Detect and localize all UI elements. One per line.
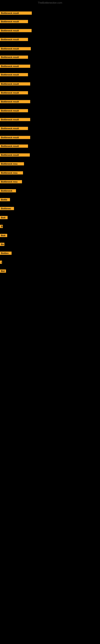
bottleneck-badge-4: Bottleneck result <box>0 38 28 41</box>
bottleneck-badge-11: Bottleneck result <box>0 100 30 103</box>
bottleneck-badge-8: Bottleneck result <box>0 73 28 76</box>
bottleneck-badge-15: Bottleneck result <box>0 136 30 139</box>
bottleneck-badge-2: Bottleneck result <box>0 20 28 23</box>
bottleneck-badge-3: Bottleneck result <box>0 29 32 32</box>
bottleneck-badge-25: B <box>0 225 3 228</box>
bottleneck-badge-30: Bot <box>0 270 6 273</box>
bottleneck-badge-26: Bott <box>0 234 7 237</box>
bottleneck-badge-22: Bottle <box>0 198 10 201</box>
bottleneck-badge-27: Bo <box>0 243 4 246</box>
bottleneck-badge-24: Bott <box>0 216 8 219</box>
bottleneck-badge-21: Bottleneck <box>0 189 16 192</box>
bottleneck-badge-10: Bottleneck result <box>0 91 28 94</box>
bottleneck-badge-19: Bottleneck resu <box>0 171 23 174</box>
bottleneck-badge-1: Bottleneck result <box>0 12 32 15</box>
bottleneck-badge-7: Bottleneck result <box>0 64 30 68</box>
bottleneck-badge-14: Bottleneck result <box>0 127 28 130</box>
bottleneck-badge-17: Bottleneck result <box>0 153 30 156</box>
bottleneck-badge-28: Bottlen <box>0 252 12 255</box>
bottleneck-badge-18: Bottleneck resu <box>0 162 24 166</box>
bottleneck-badge-16: Bottleneck result <box>0 144 28 148</box>
bottleneck-badge-9: Bottleneck result <box>0 82 30 86</box>
bottleneck-badge-5: Bottleneck result <box>0 47 31 50</box>
bottleneck-badge-12: Bottleneck result <box>0 109 28 112</box>
bottleneck-badge-20: Bottleneck resu <box>0 180 22 183</box>
bottleneck-badge-13: Bottleneck result <box>0 118 30 121</box>
bottleneck-badge-29: | <box>0 260 2 264</box>
bottleneck-badge-23: Bottlenec <box>0 207 14 210</box>
site-title: TheBottlenecker.com <box>0 1 100 4</box>
bottleneck-badge-6: Bottleneck result <box>0 56 28 59</box>
